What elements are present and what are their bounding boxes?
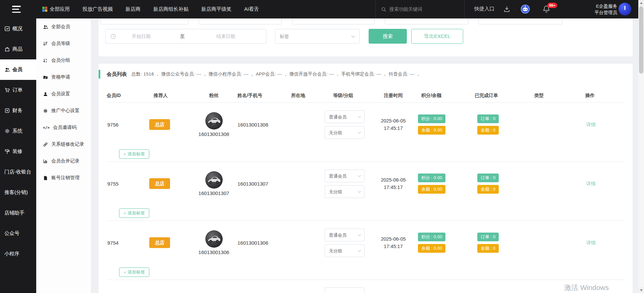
- submenu-member-group[interactable]: AZ 会员分组: [36, 52, 91, 69]
- group-value: 无分组: [329, 130, 342, 136]
- sidebar-item-distribution[interactable]: 推客(分销): [0, 182, 36, 203]
- filter-input-5[interactable]: [478, 18, 562, 25]
- referrer-badge: 总店: [149, 178, 170, 189]
- gear-icon: [43, 108, 48, 113]
- level-select[interactable]: 普通会员: [325, 110, 365, 123]
- chevron-down-icon: [351, 35, 355, 38]
- group-select[interactable]: 无分组: [325, 185, 365, 198]
- level-select[interactable]: 普通会员: [325, 169, 365, 182]
- quick-entry-link[interactable]: 快捷入口: [474, 6, 494, 12]
- member-list-card: 会员列表 总数: 1516 ， 微信公众号会员: --- ， 微信小程序会员: …: [99, 64, 633, 293]
- nav-item-new-shop[interactable]: 新店商: [125, 6, 141, 12]
- orders-badge: 订单 : 0: [477, 233, 499, 241]
- submenu-relation-log[interactable]: 关系链修改记录: [36, 136, 91, 153]
- download-icon[interactable]: [503, 5, 511, 14]
- nav-item-leader-subsidy[interactable]: 新店商组长补贴: [153, 6, 189, 12]
- nav-item-ai-tongue[interactable]: AI看舌: [244, 6, 259, 12]
- add-tag-button[interactable]: + 添加标签: [119, 149, 149, 159]
- sidebar-item-finance[interactable]: ¥ 财务: [0, 100, 36, 121]
- group-select[interactable]: 无分组: [325, 244, 365, 257]
- search-button[interactable]: 搜索: [369, 29, 407, 44]
- fans-avatar-car[interactable]: [205, 230, 223, 248]
- level-value: 普通会员: [329, 232, 346, 238]
- member-submenu: 全部会员 会员等级 AZ 会员分组 资格申请 会员设置 推广中心设置 </> 会…: [36, 18, 91, 293]
- sidebar-item-shop-assistant[interactable]: 店铺助手: [0, 203, 36, 223]
- register-time: 17:45:17: [371, 243, 416, 250]
- search-icon: [381, 7, 386, 12]
- submenu-all-members[interactable]: 全部会员: [36, 18, 91, 35]
- clock-icon: [110, 34, 116, 39]
- fans-avatar-car[interactable]: [205, 112, 223, 130]
- submenu-label: 推广中心设置: [51, 108, 79, 114]
- nav-item-all-apps[interactable]: 全部应用: [42, 6, 70, 12]
- sidebar-item-label: 推客(分销): [4, 189, 28, 196]
- nav-item-ad-video[interactable]: 投放广告视频: [83, 6, 113, 12]
- sidebar-item-members[interactable]: 会员: [0, 59, 36, 80]
- sidebar-item-mini-program[interactable]: 小程序: [0, 244, 36, 264]
- account-info[interactable]: E企盈服务 平台管理员: [570, 3, 617, 16]
- tag-placeholder: 标签: [280, 34, 289, 40]
- submenu-merge-log[interactable]: 会员合并记录: [36, 153, 91, 169]
- submenu-member-level[interactable]: 会员等级: [36, 35, 91, 52]
- scrollbar-thumb[interactable]: [639, 6, 643, 74]
- member-row: 9756 总店 16013001308 16013001308 普通会员 无分组: [107, 103, 625, 146]
- ai-robot-icon[interactable]: [521, 4, 530, 15]
- tag-row: + 添加标签: [107, 146, 625, 162]
- member-id: 9756: [107, 122, 148, 128]
- detail-link[interactable]: 详情: [586, 122, 596, 127]
- notification-bell[interactable]: 99+: [542, 5, 551, 15]
- referrer-badge: 总店: [149, 237, 170, 248]
- group-select[interactable]: 无分组: [325, 126, 365, 139]
- bar-chart-icon: [43, 159, 48, 164]
- hamburger-menu-icon[interactable]: [12, 6, 21, 13]
- nav-item-label: 投放广告视频: [83, 6, 113, 12]
- detail-link[interactable]: 详情: [586, 181, 596, 186]
- primary-sidebar: 概况 商品 会员 订单 ¥ 财务 系统 装修 门店-收银台 推客(分销) 店铺助…: [0, 18, 36, 293]
- filter-input-1[interactable]: [101, 18, 189, 25]
- filter-input-2[interactable]: [199, 18, 282, 25]
- add-tag-button[interactable]: + 添加标签: [119, 208, 149, 218]
- user-avatar[interactable]: [619, 3, 631, 15]
- overview-icon: [4, 26, 10, 32]
- submenu-invite-code[interactable]: </> 会员邀请码: [36, 119, 91, 136]
- chevron-down-icon: [358, 250, 361, 252]
- level-select[interactable]: 普通会员: [325, 229, 365, 241]
- export-excel-button[interactable]: 导出EXCEL: [411, 29, 463, 44]
- submenu-label: 全部会员: [51, 24, 70, 30]
- submenu-label: 会员等级: [51, 41, 70, 47]
- date-range-picker[interactable]: 开始日期 至 结束日期: [105, 29, 266, 44]
- submenu-promotion-center[interactable]: 推广中心设置: [36, 102, 91, 119]
- amount-badge: 金额 : 0: [477, 126, 499, 135]
- submenu-account-cancel[interactable]: 账号注销管理: [36, 169, 91, 186]
- windows-watermark: 激活 Windows 转到"设置"以激活 Windows。: [564, 283, 619, 293]
- page-scrollbar[interactable]: [638, 0, 644, 293]
- level-select[interactable]: [325, 287, 365, 293]
- points-badge: 积分 : 0.00: [418, 114, 445, 123]
- register-date: 2025-06-05: [371, 176, 416, 184]
- sidebar-item-goods[interactable]: 商品: [0, 39, 36, 59]
- sidebar-item-label: 财务: [12, 107, 22, 114]
- top-navbar: 全部应用 投放广告视频 新店商 新店商组长补贴 新店商平级奖 AI看舌 搜索功能…: [0, 0, 638, 18]
- scrollbar-up-arrow[interactable]: [638, 0, 644, 6]
- col-member-id: 会员ID: [107, 93, 148, 99]
- col-register-time: 注册时间: [371, 93, 416, 99]
- filter-input-3[interactable]: [292, 18, 375, 25]
- global-search-input[interactable]: 搜索功能关键词: [375, 0, 465, 18]
- filter-input-4[interactable]: [385, 18, 468, 25]
- submenu-qualification[interactable]: 资格申请: [36, 69, 91, 86]
- sidebar-item-orders[interactable]: 订单: [0, 80, 36, 100]
- scrollbar-down-arrow[interactable]: [638, 287, 644, 293]
- users-icon: [43, 25, 48, 30]
- add-tag-button[interactable]: + 添加标签: [119, 267, 149, 277]
- sidebar-item-official-account[interactable]: 公众号: [0, 223, 36, 244]
- tag-select[interactable]: 标签: [275, 29, 360, 44]
- detail-link[interactable]: 详情: [586, 240, 596, 245]
- nav-item-level-award[interactable]: 新店商平级奖: [201, 6, 231, 12]
- fans-avatar-car[interactable]: [205, 171, 223, 189]
- nav-item-label: 新店商: [125, 6, 141, 12]
- sidebar-item-overview[interactable]: 概况: [0, 18, 36, 39]
- sidebar-item-system[interactable]: 系统: [0, 121, 36, 141]
- submenu-member-settings[interactable]: 会员设置: [36, 86, 91, 102]
- sidebar-item-decorate[interactable]: 装修: [0, 141, 36, 162]
- sidebar-item-pos[interactable]: 门店-收银台: [0, 162, 36, 182]
